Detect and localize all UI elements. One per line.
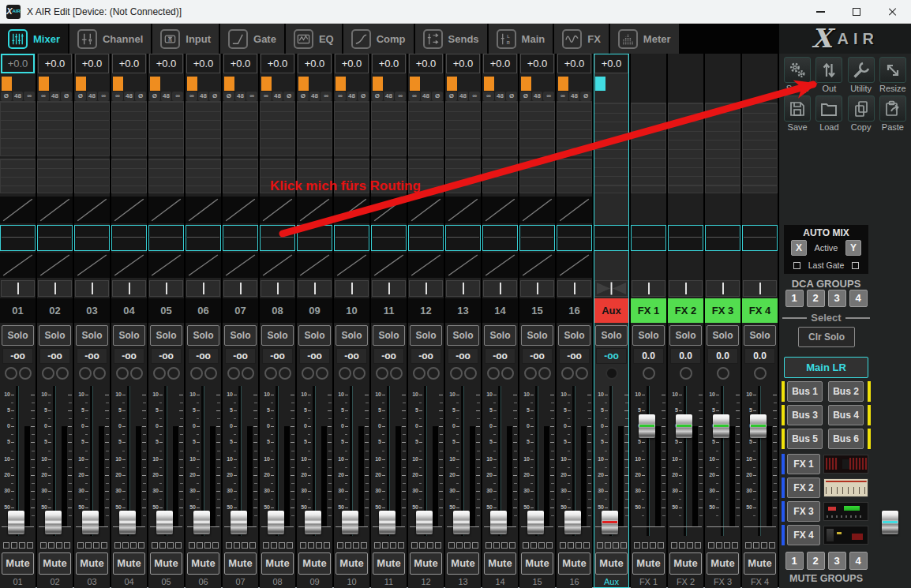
comp-curve-display[interactable] — [408, 253, 444, 278]
fader-handle[interactable] — [193, 511, 210, 534]
comp-curve-display[interactable] — [148, 253, 184, 278]
fader-handle[interactable] — [602, 511, 618, 534]
fader-handle[interactable] — [305, 511, 321, 534]
comp-curve-display[interactable] — [334, 253, 369, 278]
gain-display[interactable]: +0.0 — [335, 54, 369, 73]
gate-curve-display[interactable] — [371, 197, 407, 223]
tab-channel[interactable]: Channel — [69, 24, 151, 54]
gain-display[interactable]: +0.0 — [520, 54, 554, 73]
gain-display[interactable]: +0.0 — [223, 54, 257, 73]
mute-button[interactable]: Mute — [113, 552, 145, 575]
fader-handle[interactable] — [564, 511, 581, 534]
fader-handle[interactable] — [231, 511, 247, 534]
fx-sends-display[interactable] — [74, 159, 110, 193]
eq-curve-display[interactable] — [371, 225, 407, 251]
gate-curve-display[interactable] — [482, 197, 518, 223]
mute-group-button-1[interactable]: 1 — [785, 552, 804, 570]
gain-display[interactable]: +0.0 — [372, 54, 406, 73]
mute-button[interactable]: Mute — [595, 552, 628, 575]
dca-group-button-1[interactable]: 1 — [785, 290, 804, 307]
channel-select-button[interactable]: 05 — [148, 298, 184, 323]
eq-curve-display[interactable] — [297, 225, 332, 251]
fader-handle[interactable] — [882, 511, 898, 534]
solo-button[interactable]: Solo — [336, 325, 368, 346]
pan-display[interactable] — [520, 280, 554, 297]
fx-sends-display[interactable] — [0, 159, 36, 193]
dca-group-button-4[interactable]: 4 — [849, 290, 868, 307]
eq-curve-display[interactable] — [148, 225, 184, 251]
quick-resize-button[interactable]: Resize — [877, 57, 909, 93]
bus-sends-display[interactable] — [594, 103, 629, 193]
mute-button[interactable]: Mute — [558, 552, 590, 575]
mute-group-button-2[interactable]: 2 — [807, 552, 825, 570]
gate-curve-display[interactable] — [74, 197, 110, 223]
bus-sends-display[interactable] — [74, 101, 110, 156]
mute-button[interactable]: Mute — [484, 552, 516, 575]
tab-sends[interactable]: Sends — [415, 24, 487, 54]
fader-handle[interactable] — [342, 511, 358, 534]
fx-sends-display[interactable] — [223, 159, 258, 193]
solo-button[interactable]: Solo — [744, 325, 776, 346]
fx-sends-display[interactable] — [519, 159, 555, 193]
pan-display[interactable] — [483, 280, 517, 297]
mute-button[interactable]: Mute — [410, 552, 442, 575]
bus-button[interactable]: Bus 1 — [787, 381, 823, 402]
channel-select-button[interactable]: FX 3 — [705, 298, 740, 323]
mute-button[interactable]: Mute — [707, 552, 739, 575]
solo-button[interactable]: Solo — [150, 325, 182, 346]
gain-display[interactable]: +0.0 — [594, 54, 628, 73]
channel-select-button[interactable]: FX 4 — [742, 298, 778, 323]
solo-button[interactable]: Solo — [632, 325, 665, 346]
solo-button[interactable]: Solo — [669, 325, 702, 346]
gate-curve-display[interactable] — [408, 197, 444, 223]
solo-button[interactable]: Solo — [187, 325, 219, 346]
eq-curve-display[interactable] — [594, 225, 629, 251]
comp-curve-display[interactable] — [297, 253, 332, 278]
channel-select-button[interactable]: 13 — [445, 298, 481, 323]
pan-display[interactable] — [335, 280, 369, 297]
comp-curve-display[interactable] — [482, 253, 518, 278]
pan-display[interactable] — [372, 280, 406, 297]
bus-sends-display[interactable] — [668, 103, 703, 193]
gain-display[interactable]: +0.0 — [409, 54, 443, 73]
fx-slot-button[interactable]: FX 2 — [787, 478, 820, 498]
mute-button[interactable]: Mute — [336, 552, 368, 575]
bus-sends-display[interactable] — [408, 101, 444, 156]
channel-select-button[interactable]: FX 2 — [668, 298, 703, 323]
mute-button[interactable]: Mute — [150, 552, 182, 575]
fx-slot-button[interactable]: FX 1 — [787, 454, 820, 474]
comp-curve-display[interactable] — [223, 253, 258, 278]
fader-handle[interactable] — [82, 511, 99, 534]
solo-button[interactable]: Solo — [707, 325, 739, 346]
gain-display[interactable]: +0.0 — [149, 54, 183, 73]
eq-curve-display[interactable] — [37, 225, 73, 251]
bus-sends-display[interactable] — [223, 101, 258, 156]
pan-display[interactable] — [594, 280, 628, 297]
fx2-rack-thumbnail[interactable] — [823, 478, 868, 497]
mute-button[interactable]: Mute — [39, 552, 71, 575]
comp-curve-display[interactable] — [371, 253, 407, 278]
pan-display[interactable] — [557, 280, 591, 297]
gain-display[interactable]: +0.0 — [557, 54, 591, 73]
solo-button[interactable]: Solo — [558, 325, 590, 346]
bus-sends-display[interactable] — [557, 101, 592, 156]
fader-handle[interactable] — [119, 511, 136, 534]
gain-display[interactable]: +0.0 — [112, 54, 146, 73]
fx-sends-display[interactable] — [557, 159, 592, 193]
gate-curve-display[interactable] — [111, 197, 147, 223]
gate-curve-display[interactable] — [557, 197, 592, 223]
channel-select-button[interactable]: 15 — [519, 298, 555, 323]
gate-curve-display[interactable] — [223, 197, 258, 223]
bus-sends-display[interactable] — [260, 101, 295, 156]
gain-display[interactable]: +0.0 — [1, 54, 35, 73]
close-button[interactable] — [875, 0, 911, 24]
fx-sends-display[interactable] — [445, 159, 481, 193]
pan-display[interactable] — [261, 280, 294, 297]
fx-sends-display[interactable] — [186, 159, 221, 193]
pan-display[interactable] — [409, 280, 443, 297]
pan-display[interactable] — [149, 280, 183, 297]
fader-handle[interactable] — [8, 511, 24, 534]
fx-sends-display[interactable] — [37, 159, 73, 193]
gain-display[interactable]: +0.0 — [38, 54, 72, 73]
solo-button[interactable]: Solo — [521, 325, 553, 346]
